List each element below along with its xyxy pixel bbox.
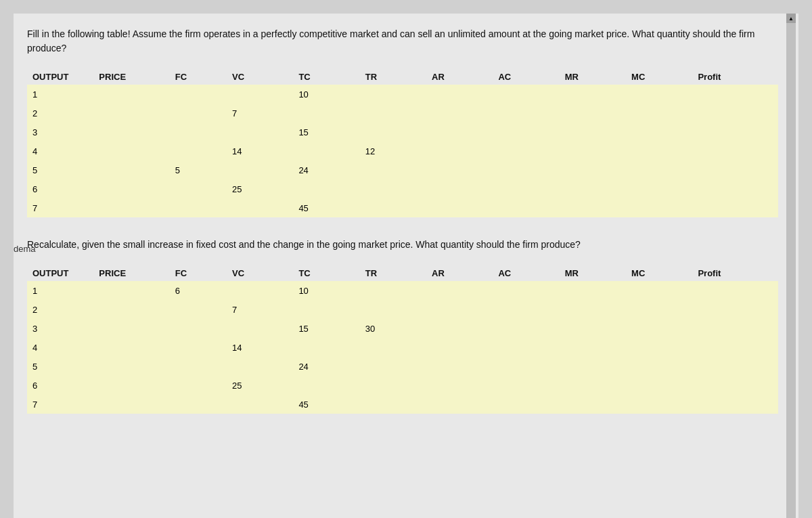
cell-price[interactable] [93, 123, 169, 142]
cell-vc[interactable] [227, 395, 293, 414]
cell-mc[interactable] [626, 300, 692, 319]
cell-ac[interactable] [493, 198, 559, 217]
cell-ar[interactable] [426, 376, 493, 395]
cell-mr[interactable] [560, 376, 626, 395]
cell-vc[interactable] [227, 123, 293, 142]
cell-fc[interactable] [170, 123, 227, 142]
cell-price[interactable] [93, 179, 169, 198]
cell-mc[interactable] [626, 338, 692, 357]
cell-ar[interactable] [426, 104, 493, 123]
cell-tc[interactable]: 24 [293, 160, 359, 179]
cell-ar[interactable] [426, 395, 493, 414]
cell-tr[interactable] [360, 300, 426, 319]
cell-output[interactable]: 4 [27, 338, 93, 357]
cell-ar[interactable] [426, 281, 493, 300]
cell-vc[interactable]: 14 [227, 338, 293, 357]
cell-ac[interactable] [493, 85, 559, 104]
cell-output[interactable]: 7 [27, 395, 93, 414]
cell-output[interactable]: 3 [27, 319, 93, 338]
cell-tc[interactable]: 15 [293, 123, 359, 142]
cell-mc[interactable] [626, 357, 692, 376]
cell-profit[interactable] [692, 395, 778, 414]
cell-tr[interactable] [360, 198, 426, 217]
cell-output[interactable]: 1 [27, 281, 93, 300]
cell-ac[interactable] [493, 142, 559, 160]
cell-tc[interactable] [293, 104, 359, 123]
cell-tr[interactable]: 12 [360, 142, 426, 160]
cell-ar[interactable] [426, 142, 493, 160]
cell-ac[interactable] [493, 376, 559, 395]
cell-mr[interactable] [560, 123, 626, 142]
cell-tc[interactable] [293, 376, 359, 395]
cell-mc[interactable] [626, 123, 692, 142]
cell-mc[interactable] [626, 376, 692, 395]
cell-profit[interactable] [692, 198, 778, 217]
cell-price[interactable] [93, 85, 169, 104]
cell-price[interactable] [93, 281, 169, 300]
cell-vc[interactable] [227, 85, 293, 104]
cell-ac[interactable] [493, 281, 559, 300]
cell-tc[interactable]: 45 [293, 395, 359, 414]
cell-tr[interactable] [360, 104, 426, 123]
cell-tr[interactable] [360, 395, 426, 414]
cell-ar[interactable] [426, 123, 493, 142]
cell-tr[interactable] [360, 179, 426, 198]
cell-output[interactable]: 5 [27, 357, 93, 376]
cell-vc[interactable]: 7 [227, 300, 293, 319]
cell-mc[interactable] [626, 104, 692, 123]
cell-fc[interactable] [170, 104, 227, 123]
cell-mr[interactable] [560, 281, 626, 300]
cell-tc[interactable]: 15 [293, 319, 359, 338]
cell-tc[interactable]: 45 [293, 198, 359, 217]
cell-profit[interactable] [692, 281, 778, 300]
cell-tr[interactable] [360, 123, 426, 142]
cell-fc[interactable] [170, 338, 227, 357]
cell-ar[interactable] [426, 160, 493, 179]
cell-vc[interactable]: 25 [227, 179, 293, 198]
scroll-up-button[interactable]: ▲ [786, 14, 796, 23]
cell-fc[interactable] [170, 319, 227, 338]
cell-ar[interactable] [426, 357, 493, 376]
cell-price[interactable] [93, 395, 169, 414]
cell-price[interactable] [93, 376, 169, 395]
cell-mc[interactable] [626, 160, 692, 179]
cell-mr[interactable] [560, 395, 626, 414]
cell-ac[interactable] [493, 319, 559, 338]
cell-tr[interactable] [360, 376, 426, 395]
cell-price[interactable] [93, 338, 169, 357]
cell-output[interactable]: 3 [27, 123, 93, 142]
cell-mr[interactable] [560, 338, 626, 357]
cell-vc[interactable] [227, 160, 293, 179]
cell-output[interactable]: 5 [27, 160, 93, 179]
cell-mr[interactable] [560, 85, 626, 104]
cell-ac[interactable] [493, 338, 559, 357]
cell-ar[interactable] [426, 319, 493, 338]
cell-ac[interactable] [493, 104, 559, 123]
cell-mr[interactable] [560, 179, 626, 198]
cell-ar[interactable] [426, 300, 493, 319]
cell-ac[interactable] [493, 357, 559, 376]
cell-fc[interactable] [170, 357, 227, 376]
cell-fc[interactable] [170, 198, 227, 217]
cell-fc[interactable]: 5 [170, 160, 227, 179]
cell-mc[interactable] [626, 395, 692, 414]
cell-mr[interactable] [560, 160, 626, 179]
cell-tr[interactable] [360, 281, 426, 300]
cell-ac[interactable] [493, 300, 559, 319]
cell-mr[interactable] [560, 300, 626, 319]
cell-ar[interactable] [426, 198, 493, 217]
cell-mc[interactable] [626, 179, 692, 198]
cell-mr[interactable] [560, 319, 626, 338]
cell-mc[interactable] [626, 281, 692, 300]
scrollbar[interactable]: ▲ ▼ [786, 14, 796, 518]
cell-profit[interactable] [692, 85, 778, 104]
cell-profit[interactable] [692, 319, 778, 338]
cell-tc[interactable] [293, 338, 359, 357]
cell-profit[interactable] [692, 160, 778, 179]
cell-price[interactable] [93, 160, 169, 179]
cell-mr[interactable] [560, 357, 626, 376]
cell-tc[interactable] [293, 142, 359, 160]
cell-tc[interactable] [293, 300, 359, 319]
cell-price[interactable] [93, 300, 169, 319]
cell-vc[interactable] [227, 281, 293, 300]
